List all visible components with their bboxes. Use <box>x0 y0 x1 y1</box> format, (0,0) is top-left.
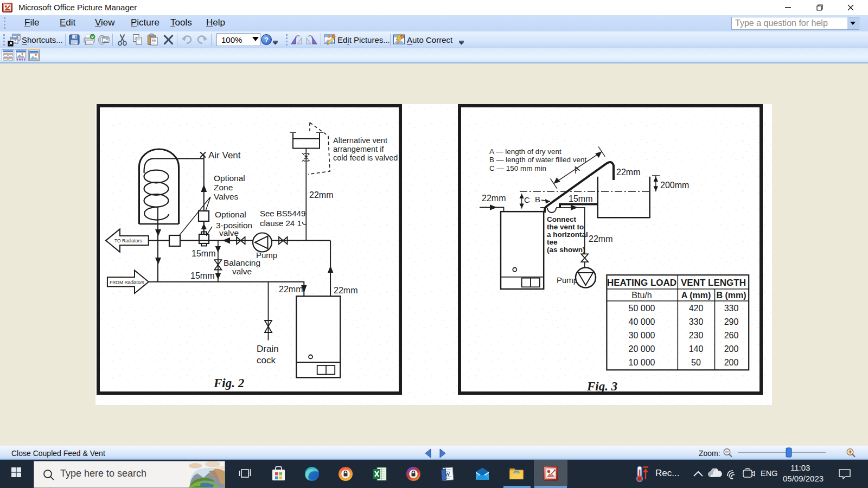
svg-text:200: 200 <box>724 344 739 354</box>
svg-text:Balancing: Balancing <box>224 258 260 267</box>
svg-text:Fig. 2: Fig. 2 <box>213 376 244 390</box>
svg-text:Connect: Connect <box>547 215 577 223</box>
svg-text:Optional: Optional <box>215 210 246 219</box>
svg-text:cold feed is valved: cold feed is valved <box>333 153 398 162</box>
svg-text:330: 330 <box>689 317 704 326</box>
svg-text:22mm: 22mm <box>279 285 303 294</box>
svg-text:260: 260 <box>724 331 739 340</box>
svg-text:290: 290 <box>724 317 739 326</box>
svg-text:15mm: 15mm <box>190 271 214 280</box>
svg-text:Air Vent: Air Vent <box>208 150 241 160</box>
svg-text:A — length of dry vent: A — length of dry vent <box>489 147 561 156</box>
svg-text:30 000: 30 000 <box>629 331 655 340</box>
svg-text:200mm: 200mm <box>660 181 689 190</box>
svg-text:15mm: 15mm <box>192 249 215 258</box>
svg-text:B (mm): B (mm) <box>716 291 746 300</box>
svg-text:22mm: 22mm <box>589 234 612 243</box>
svg-text:Pump: Pump <box>557 275 578 285</box>
svg-text:200: 200 <box>724 358 739 367</box>
svg-text:Zone: Zone <box>214 183 233 192</box>
svg-text:?: ? <box>264 36 269 44</box>
svg-text:W: W <box>444 471 451 478</box>
svg-text:330: 330 <box>724 304 739 313</box>
svg-text:420: 420 <box>689 304 704 313</box>
svg-text:B — length of water filled ven: B — length of water filled vent <box>489 156 587 164</box>
svg-text:20 000: 20 000 <box>629 344 655 354</box>
svg-text:Optional: Optional <box>214 174 245 183</box>
svg-text:Drain: Drain <box>257 344 279 354</box>
svg-text:10 000: 10 000 <box>629 358 655 367</box>
svg-text:cock: cock <box>257 355 276 365</box>
svg-text:50: 50 <box>691 358 701 367</box>
svg-text:HEATING LOAD: HEATING LOAD <box>607 278 676 288</box>
svg-text:Valves: Valves <box>214 192 239 201</box>
svg-text:the vent to: the vent to <box>547 223 584 231</box>
svg-text:Fig. 3: Fig. 3 <box>586 380 617 393</box>
svg-text:22mm: 22mm <box>309 190 333 200</box>
svg-text:See BS5449: See BS5449 <box>260 209 305 218</box>
svg-text:VENT LENGTH: VENT LENGTH <box>681 278 746 288</box>
svg-text:230: 230 <box>689 331 704 340</box>
svg-text:140: 140 <box>689 344 704 354</box>
svg-text:valve: valve <box>232 267 252 276</box>
svg-text:Alternative vent: Alternative vent <box>333 136 387 145</box>
svg-text:22mm: 22mm <box>482 194 506 203</box>
svg-text:22mm: 22mm <box>334 286 358 295</box>
svg-text:clause 24 1: clause 24 1 <box>260 219 302 228</box>
svg-text:TO Radiators: TO Radiators <box>114 238 142 243</box>
svg-text:22mm: 22mm <box>616 168 640 177</box>
svg-text:FROM Radiators: FROM Radiators <box>110 280 144 285</box>
svg-text:Btu/h: Btu/h <box>631 291 652 300</box>
svg-text:(as shown): (as shown) <box>547 246 585 254</box>
svg-text:arrangement if: arrangement if <box>333 145 384 153</box>
svg-text:tee: tee <box>547 238 558 246</box>
svg-text:50 000: 50 000 <box>629 304 655 313</box>
svg-text:B: B <box>535 195 540 204</box>
svg-text:a horizontal: a horizontal <box>547 230 588 239</box>
svg-text:A (mm): A (mm) <box>681 291 711 300</box>
svg-text:15mm: 15mm <box>569 194 592 203</box>
svg-text:C: C <box>524 195 530 204</box>
svg-text:valve: valve <box>219 228 239 237</box>
svg-text:C — 150 mm min: C — 150 mm min <box>489 164 546 172</box>
svg-text:40 000: 40 000 <box>629 317 655 326</box>
